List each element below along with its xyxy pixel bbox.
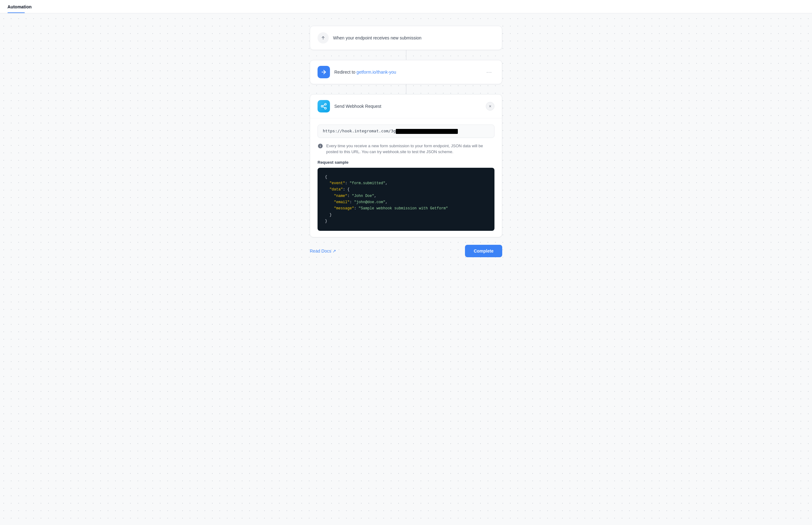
read-docs-link[interactable]: Read Docs ↗: [310, 249, 336, 254]
info-box: Every time you receive a new form submis…: [317, 143, 495, 155]
code-line: }: [325, 212, 487, 218]
webhook-header: Send Webhook Request ×: [310, 94, 502, 118]
header-underline: [7, 12, 25, 13]
trigger-card: When your endpoint receives new submissi…: [310, 26, 502, 50]
redirect-link[interactable]: getform.io/thank-you: [357, 70, 396, 75]
main-content: When your endpoint receives new submissi…: [0, 13, 812, 276]
webhook-card: Send Webhook Request × https://hook.inte…: [310, 94, 502, 237]
header: Automation: [0, 0, 812, 13]
redirect-text: Redirect to getform.io/thank-you: [334, 70, 480, 75]
more-options-button[interactable]: ···: [484, 68, 495, 77]
info-text: Every time you receive a new form submis…: [326, 143, 495, 155]
code-block: { "event": "form.submitted", "data": { "…: [317, 168, 495, 231]
redirect-prefix: Redirect to: [334, 70, 357, 75]
url-redacted: [396, 129, 458, 134]
url-visible-part: https://hook.integromat.com/3g: [323, 129, 396, 133]
code-line: {: [325, 174, 487, 180]
info-icon: [317, 143, 323, 149]
sample-label: Request sample: [317, 160, 495, 165]
webhook-body: https://hook.integromat.com/3g Every tim…: [310, 118, 502, 237]
code-line: "email": "john@doe.com",: [325, 199, 487, 205]
webhook-title: Send Webhook Request: [334, 104, 481, 109]
code-line: "event": "form.submitted",: [325, 180, 487, 186]
trigger-text: When your endpoint receives new submissi…: [333, 35, 422, 40]
flow-container: When your endpoint receives new submissi…: [310, 26, 502, 257]
connector-2: [406, 84, 406, 94]
url-input-wrapper: https://hook.integromat.com/3g: [317, 124, 495, 138]
close-button[interactable]: ×: [486, 102, 495, 110]
url-text: https://hook.integromat.com/3g: [323, 129, 458, 134]
code-line: "message": "Sample webhook submission wi…: [325, 205, 487, 212]
redirect-icon: [317, 66, 330, 78]
svg-line-5: [323, 107, 325, 108]
svg-line-6: [323, 105, 325, 106]
code-line: }: [325, 218, 487, 224]
trigger-icon: [317, 32, 329, 44]
connector-1: [406, 50, 406, 60]
page-title: Automation: [7, 0, 805, 13]
footer-bar: Read Docs ↗ Complete: [310, 237, 502, 257]
code-line: "name": "John Doe",: [325, 193, 487, 199]
webhook-icon: [317, 100, 330, 112]
complete-button[interactable]: Complete: [465, 245, 502, 257]
code-line: "data": {: [325, 186, 487, 193]
redirect-card: Redirect to getform.io/thank-you ···: [310, 60, 502, 84]
